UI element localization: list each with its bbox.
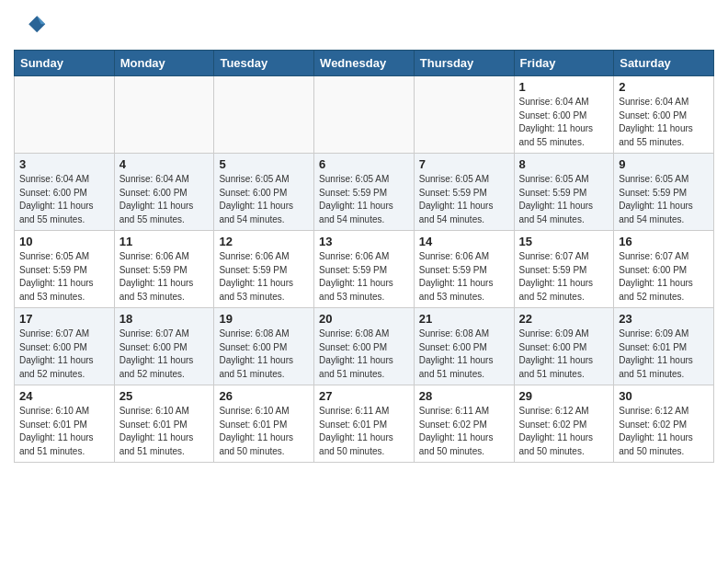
calendar-cell: 9Sunrise: 6:05 AM Sunset: 5:59 PM Daylig… bbox=[614, 154, 714, 231]
calendar-header-monday: Monday bbox=[114, 51, 214, 76]
cell-info: Sunrise: 6:06 AM Sunset: 5:59 PM Dayligh… bbox=[119, 250, 210, 304]
calendar-cell: 4Sunrise: 6:04 AM Sunset: 6:00 PM Daylig… bbox=[114, 154, 214, 231]
calendar-cell: 6Sunrise: 6:05 AM Sunset: 5:59 PM Daylig… bbox=[314, 154, 415, 231]
day-number: 21 bbox=[419, 312, 509, 326]
cell-info: Sunrise: 6:09 AM Sunset: 6:00 PM Dayligh… bbox=[519, 327, 609, 381]
cell-info: Sunrise: 6:12 AM Sunset: 6:02 PM Dayligh… bbox=[519, 405, 609, 458]
calendar-cell: 23Sunrise: 6:09 AM Sunset: 6:01 PM Dayli… bbox=[614, 308, 714, 385]
cell-info: Sunrise: 6:05 AM Sunset: 5:59 PM Dayligh… bbox=[319, 173, 409, 226]
day-number: 12 bbox=[219, 235, 309, 248]
day-number: 13 bbox=[319, 235, 409, 248]
calendar-cell: 16Sunrise: 6:07 AM Sunset: 6:00 PM Dayli… bbox=[614, 231, 714, 308]
cell-info: Sunrise: 6:12 AM Sunset: 6:02 PM Dayligh… bbox=[619, 405, 709, 458]
day-number: 14 bbox=[419, 235, 509, 248]
calendar-cell: 8Sunrise: 6:05 AM Sunset: 5:59 PM Daylig… bbox=[514, 154, 614, 231]
cell-info: Sunrise: 6:06 AM Sunset: 5:59 PM Dayligh… bbox=[219, 250, 309, 304]
cell-info: Sunrise: 6:11 AM Sunset: 6:02 PM Dayligh… bbox=[419, 405, 509, 458]
calendar-cell bbox=[15, 76, 115, 154]
day-number: 17 bbox=[19, 312, 109, 326]
day-number: 20 bbox=[319, 312, 409, 326]
cell-info: Sunrise: 6:08 AM Sunset: 6:00 PM Dayligh… bbox=[319, 327, 409, 381]
calendar-header-sunday: Sunday bbox=[15, 51, 115, 76]
day-number: 2 bbox=[619, 80, 709, 94]
calendar-header-friday: Friday bbox=[514, 51, 614, 76]
calendar-cell: 25Sunrise: 6:10 AM Sunset: 6:01 PM Dayli… bbox=[114, 385, 214, 463]
calendar-cell: 12Sunrise: 6:06 AM Sunset: 5:59 PM Dayli… bbox=[214, 231, 314, 308]
cell-info: Sunrise: 6:10 AM Sunset: 6:01 PM Dayligh… bbox=[219, 405, 309, 458]
calendar-cell: 29Sunrise: 6:12 AM Sunset: 6:02 PM Dayli… bbox=[514, 385, 614, 463]
day-number: 29 bbox=[519, 389, 609, 403]
calendar-cell: 17Sunrise: 6:07 AM Sunset: 6:00 PM Dayli… bbox=[15, 308, 115, 385]
calendar-cell: 19Sunrise: 6:08 AM Sunset: 6:00 PM Dayli… bbox=[214, 308, 314, 385]
calendar-cell: 22Sunrise: 6:09 AM Sunset: 6:00 PM Dayli… bbox=[514, 308, 614, 385]
day-number: 28 bbox=[419, 389, 509, 403]
cell-info: Sunrise: 6:05 AM Sunset: 6:00 PM Dayligh… bbox=[219, 173, 309, 226]
cell-info: Sunrise: 6:05 AM Sunset: 5:59 PM Dayligh… bbox=[19, 250, 109, 304]
cell-info: Sunrise: 6:06 AM Sunset: 5:59 PM Dayligh… bbox=[419, 250, 509, 304]
calendar-cell: 5Sunrise: 6:05 AM Sunset: 6:00 PM Daylig… bbox=[214, 154, 314, 231]
calendar-cell bbox=[214, 76, 314, 154]
day-number: 1 bbox=[519, 80, 609, 94]
calendar-table: SundayMondayTuesdayWednesdayThursdayFrid… bbox=[14, 50, 714, 463]
cell-info: Sunrise: 6:08 AM Sunset: 6:00 PM Dayligh… bbox=[419, 327, 509, 381]
day-number: 4 bbox=[119, 157, 210, 171]
day-number: 27 bbox=[319, 389, 409, 403]
calendar-cell: 1Sunrise: 6:04 AM Sunset: 6:00 PM Daylig… bbox=[514, 76, 614, 154]
calendar-cell: 2Sunrise: 6:04 AM Sunset: 6:00 PM Daylig… bbox=[614, 76, 714, 154]
calendar-cell: 20Sunrise: 6:08 AM Sunset: 6:00 PM Dayli… bbox=[314, 308, 415, 385]
day-number: 11 bbox=[119, 235, 210, 248]
cell-info: Sunrise: 6:05 AM Sunset: 5:59 PM Dayligh… bbox=[419, 173, 509, 226]
calendar-cell bbox=[314, 76, 415, 154]
calendar-cell: 26Sunrise: 6:10 AM Sunset: 6:01 PM Dayli… bbox=[214, 385, 314, 463]
cell-info: Sunrise: 6:05 AM Sunset: 5:59 PM Dayligh… bbox=[519, 173, 609, 226]
calendar-header-thursday: Thursday bbox=[414, 51, 514, 76]
cell-info: Sunrise: 6:07 AM Sunset: 6:00 PM Dayligh… bbox=[119, 327, 210, 381]
calendar-cell: 30Sunrise: 6:12 AM Sunset: 6:02 PM Dayli… bbox=[614, 385, 714, 463]
cell-info: Sunrise: 6:10 AM Sunset: 6:01 PM Dayligh… bbox=[19, 405, 109, 458]
day-number: 9 bbox=[619, 157, 709, 171]
calendar-cell: 3Sunrise: 6:04 AM Sunset: 6:00 PM Daylig… bbox=[15, 154, 115, 231]
logo-icon bbox=[14, 9, 47, 42]
calendar-header-tuesday: Tuesday bbox=[214, 51, 314, 76]
calendar-week-5: 24Sunrise: 6:10 AM Sunset: 6:01 PM Dayli… bbox=[15, 385, 714, 463]
day-number: 22 bbox=[519, 312, 609, 326]
calendar-cell: 10Sunrise: 6:05 AM Sunset: 5:59 PM Dayli… bbox=[15, 231, 115, 308]
day-number: 6 bbox=[319, 157, 409, 171]
calendar-week-3: 10Sunrise: 6:05 AM Sunset: 5:59 PM Dayli… bbox=[15, 231, 714, 308]
cell-info: Sunrise: 6:10 AM Sunset: 6:01 PM Dayligh… bbox=[119, 405, 210, 458]
cell-info: Sunrise: 6:04 AM Sunset: 6:00 PM Dayligh… bbox=[619, 96, 709, 149]
day-number: 23 bbox=[619, 312, 709, 326]
page: SundayMondayTuesdayWednesdayThursdayFrid… bbox=[0, 0, 728, 472]
day-number: 5 bbox=[219, 157, 309, 171]
calendar-cell bbox=[114, 76, 214, 154]
calendar-cell: 18Sunrise: 6:07 AM Sunset: 6:00 PM Dayli… bbox=[114, 308, 214, 385]
cell-info: Sunrise: 6:05 AM Sunset: 5:59 PM Dayligh… bbox=[619, 173, 709, 226]
cell-info: Sunrise: 6:04 AM Sunset: 6:00 PM Dayligh… bbox=[119, 173, 210, 226]
day-number: 15 bbox=[519, 235, 609, 248]
cell-info: Sunrise: 6:07 AM Sunset: 5:59 PM Dayligh… bbox=[519, 250, 609, 304]
calendar-cell: 13Sunrise: 6:06 AM Sunset: 5:59 PM Dayli… bbox=[314, 231, 415, 308]
cell-info: Sunrise: 6:07 AM Sunset: 6:00 PM Dayligh… bbox=[619, 250, 709, 304]
cell-info: Sunrise: 6:08 AM Sunset: 6:00 PM Dayligh… bbox=[219, 327, 309, 381]
day-number: 26 bbox=[219, 389, 309, 403]
calendar-header-wednesday: Wednesday bbox=[314, 51, 415, 76]
calendar-cell: 21Sunrise: 6:08 AM Sunset: 6:00 PM Dayli… bbox=[414, 308, 514, 385]
day-number: 18 bbox=[119, 312, 210, 326]
calendar-cell: 14Sunrise: 6:06 AM Sunset: 5:59 PM Dayli… bbox=[414, 231, 514, 308]
day-number: 19 bbox=[219, 312, 309, 326]
day-number: 30 bbox=[619, 389, 709, 403]
cell-info: Sunrise: 6:04 AM Sunset: 6:00 PM Dayligh… bbox=[19, 173, 109, 226]
calendar-cell bbox=[414, 76, 514, 154]
logo bbox=[14, 9, 51, 42]
calendar-header-saturday: Saturday bbox=[614, 51, 714, 76]
cell-info: Sunrise: 6:04 AM Sunset: 6:00 PM Dayligh… bbox=[519, 96, 609, 149]
day-number: 8 bbox=[519, 157, 609, 171]
calendar-week-2: 3Sunrise: 6:04 AM Sunset: 6:00 PM Daylig… bbox=[15, 154, 714, 231]
calendar-cell: 27Sunrise: 6:11 AM Sunset: 6:01 PM Dayli… bbox=[314, 385, 415, 463]
cell-info: Sunrise: 6:07 AM Sunset: 6:00 PM Dayligh… bbox=[19, 327, 109, 381]
calendar-week-4: 17Sunrise: 6:07 AM Sunset: 6:00 PM Dayli… bbox=[15, 308, 714, 385]
calendar-cell: 24Sunrise: 6:10 AM Sunset: 6:01 PM Dayli… bbox=[15, 385, 115, 463]
day-number: 25 bbox=[119, 389, 210, 403]
cell-info: Sunrise: 6:11 AM Sunset: 6:01 PM Dayligh… bbox=[319, 405, 409, 458]
calendar-cell: 7Sunrise: 6:05 AM Sunset: 5:59 PM Daylig… bbox=[414, 154, 514, 231]
